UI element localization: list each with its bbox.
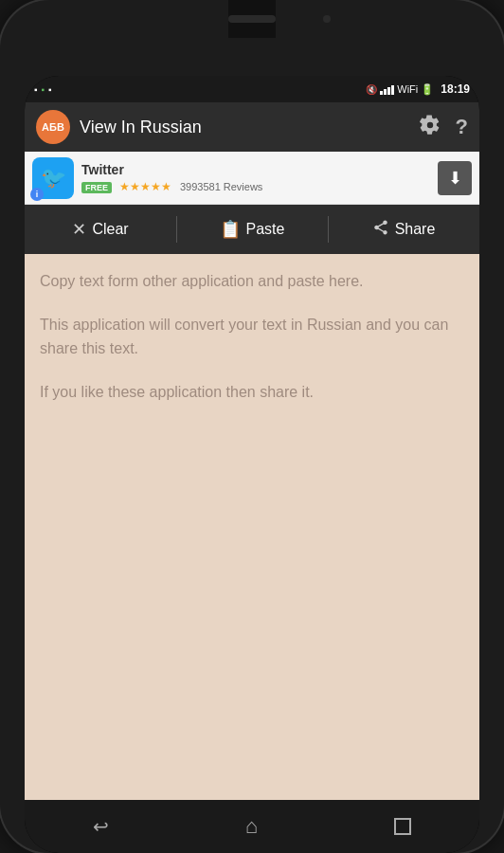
placeholder-line-1: Copy text form other application and pas…: [40, 269, 464, 294]
share-icon: [372, 219, 389, 241]
help-icon[interactable]: ?: [456, 115, 468, 139]
close-icon: ✕: [72, 219, 86, 240]
status-bar: ▪ ▪ ▪ 🔇 WiFi 🔋 18:19: [25, 76, 479, 102]
clear-button[interactable]: ✕ Clear: [25, 205, 176, 254]
status-left-icons: ▪ ▪ ▪: [34, 84, 366, 95]
back-button[interactable]: ↩: [70, 808, 132, 845]
bottom-nav: ↩ ⌂: [25, 800, 479, 853]
app-title: View In Russian: [80, 118, 420, 137]
phone-top-bar: [228, 0, 276, 38]
content-area[interactable]: Copy text form other application and pas…: [25, 254, 479, 800]
ad-stars: ★★★★★: [119, 180, 171, 193]
phone-screen: ▪ ▪ ▪ 🔇 WiFi 🔋 18:19 АБВ View In Russian: [25, 76, 479, 853]
placeholder-line-2: This application will convert your text …: [40, 313, 464, 361]
app-logo: АБВ: [36, 110, 70, 144]
placeholder-text: Copy text form other application and pas…: [40, 269, 464, 404]
paste-label: Paste: [246, 221, 285, 238]
header-icons: ?: [420, 115, 468, 140]
bar-icon: ▪: [48, 84, 52, 95]
info-badge: i: [30, 188, 44, 201]
recent-icon: [394, 818, 411, 835]
home-icon: ⌂: [245, 814, 258, 839]
signal-bars: [380, 83, 394, 95]
recent-button[interactable]: [371, 810, 434, 843]
ad-app-name: Twitter: [81, 162, 438, 177]
back-icon: ↩: [93, 815, 109, 838]
ad-reviews: 3993581 Reviews: [180, 181, 262, 192]
speaker: [228, 15, 276, 23]
placeholder-line-3: If you like these application then share…: [40, 380, 464, 405]
phone-frame: ▪ ▪ ▪ 🔇 WiFi 🔋 18:19 АБВ View In Russian: [0, 0, 504, 853]
paste-button[interactable]: 📋 Paste: [176, 205, 328, 254]
message-icon: ▪: [42, 84, 45, 95]
notification-icon: ▪: [34, 84, 38, 95]
clear-label: Clear: [92, 221, 128, 238]
mute-icon: 🔇: [366, 84, 377, 95]
clipboard-icon: 📋: [220, 219, 241, 240]
camera-dot: [323, 15, 331, 23]
ad-download-button[interactable]: ⬇: [438, 161, 472, 195]
twitter-ad-icon: 🐦 i: [32, 157, 74, 199]
status-right-icons: 🔇 WiFi 🔋 18:19: [366, 82, 470, 96]
share-button[interactable]: Share: [328, 205, 479, 254]
status-time: 18:19: [441, 82, 470, 96]
app-header: АБВ View In Russian ?: [25, 102, 479, 152]
ad-free-badge: FREE: [81, 182, 112, 193]
twitter-bird-icon: 🐦: [41, 166, 66, 191]
ad-rating-row: FREE ★★★★★ 3993581 Reviews: [81, 177, 438, 194]
gear-icon[interactable]: [420, 115, 441, 140]
toolbar: ✕ Clear 📋 Paste Share: [25, 205, 479, 254]
share-label: Share: [395, 221, 436, 238]
wifi-icon: WiFi: [397, 83, 418, 95]
ad-info: Twitter FREE ★★★★★ 3993581 Reviews: [81, 162, 438, 194]
ad-banner: 🐦 i Twitter FREE ★★★★★ 3993581 Reviews ⬇: [25, 152, 479, 205]
battery-icon: 🔋: [421, 83, 434, 96]
home-button[interactable]: ⌂: [223, 807, 280, 846]
